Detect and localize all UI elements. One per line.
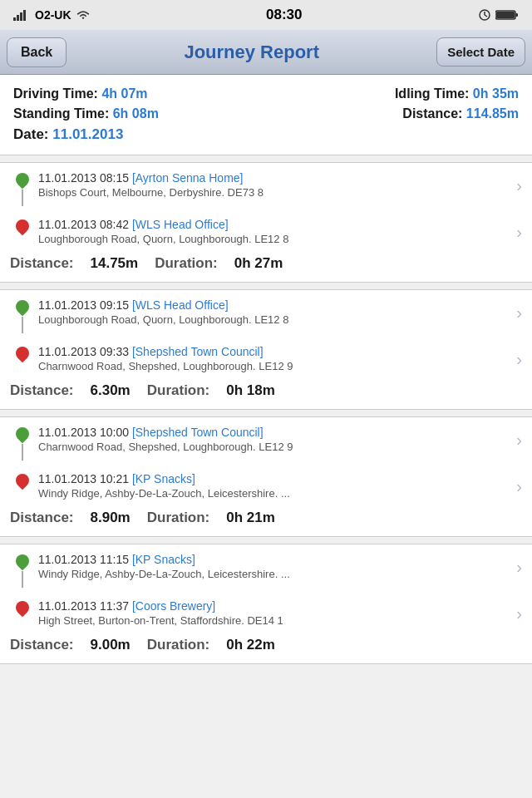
to-time-label-1: 11.01.2013 09:33 [Shepshed Town Council] bbox=[38, 345, 510, 358]
red-pin-icon bbox=[13, 344, 32, 363]
nav-bar: Back Journey Report Select Date bbox=[0, 30, 532, 75]
distance-total: Distance: 114.85m bbox=[402, 106, 519, 121]
pin-from-2 bbox=[10, 426, 35, 461]
chevron-icon: › bbox=[516, 350, 522, 369]
status-right bbox=[479, 9, 519, 21]
svg-rect-8 bbox=[515, 13, 518, 17]
clock-icon bbox=[479, 9, 490, 21]
pin-from-3 bbox=[10, 553, 35, 588]
duration-label-3: Duration: bbox=[147, 637, 210, 653]
stop-from-2[interactable]: 11.01.2013 10:00 [Shepshed Town Council]… bbox=[0, 417, 532, 464]
distance-label-2: Distance: bbox=[10, 510, 74, 526]
distance-value-2: 8.90m bbox=[91, 510, 131, 526]
pin-to-3 bbox=[10, 599, 35, 616]
to-address-1: Charnwood Road, Shepshed, Loughborough. … bbox=[38, 360, 510, 372]
chevron-icon: › bbox=[516, 477, 522, 496]
pin-from-0 bbox=[10, 171, 35, 206]
back-button[interactable]: Back bbox=[7, 37, 66, 67]
stop-to-info-0: 11.01.2013 08:42 [WLS Head Office] Lough… bbox=[35, 218, 510, 245]
distance-value-1: 6.30m bbox=[91, 382, 131, 399]
pin-from-1 bbox=[10, 298, 35, 333]
signal-icon bbox=[13, 9, 30, 21]
standing-time: Standing Time: 6h 08m bbox=[13, 106, 159, 121]
svg-rect-0 bbox=[13, 17, 16, 21]
select-date-button[interactable]: Select Date bbox=[436, 37, 525, 66]
stop-to-0[interactable]: 11.01.2013 08:42 [WLS Head Office] Lough… bbox=[0, 209, 532, 249]
journey-segment-1: 11.01.2013 09:15 [WLS Head Office] Lough… bbox=[0, 289, 532, 410]
to-address-3: High Street, Burton-on-Trent, Staffordsh… bbox=[38, 614, 510, 627]
green-pin-icon bbox=[13, 170, 32, 190]
from-address-2: Charnwood Road, Shepshed, Loughborough. … bbox=[38, 441, 510, 453]
chevron-icon: › bbox=[516, 176, 522, 195]
stop-from-3[interactable]: 11.01.2013 11:15 [KP Snacks] Windy Ridge… bbox=[0, 544, 532, 591]
carrier-label: O2-UK bbox=[35, 8, 71, 22]
from-address-0: Bishops Court, Melbourne, Derbyshire. DE… bbox=[38, 186, 510, 199]
stop-from-info-3: 11.01.2013 11:15 [KP Snacks] Windy Ridge… bbox=[35, 553, 510, 580]
chevron-to-1: › bbox=[510, 345, 522, 369]
duration-value-0: 0h 27m bbox=[234, 255, 283, 272]
duration-value-2: 0h 21m bbox=[226, 510, 275, 526]
to-address-0: Loughborough Road, Quorn, Loughborough. … bbox=[38, 233, 510, 245]
green-pin-icon bbox=[13, 552, 32, 571]
status-time: 08:30 bbox=[266, 7, 302, 23]
stop-to-info-2: 11.01.2013 10:21 [KP Snacks] Windy Ridge… bbox=[35, 472, 510, 500]
chevron-to-0: › bbox=[510, 218, 522, 242]
from-address-3: Windy Ridge, Ashby-De-La-Zouch, Leiceste… bbox=[38, 568, 510, 580]
duration-label-1: Duration: bbox=[147, 382, 210, 399]
duration-value-3: 0h 22m bbox=[226, 637, 275, 653]
chevron-from-0: › bbox=[510, 171, 522, 195]
pin-to-2 bbox=[10, 472, 35, 489]
to-time-label-2: 11.01.2013 10:21 [KP Snacks] bbox=[38, 472, 510, 485]
stop-from-info-2: 11.01.2013 10:00 [Shepshed Town Council]… bbox=[35, 426, 510, 453]
stop-from-0[interactable]: 11.01.2013 08:15 [Ayrton Senna Home] Bis… bbox=[0, 163, 532, 209]
stop-to-2[interactable]: 11.01.2013 10:21 [KP Snacks] Windy Ridge… bbox=[0, 464, 532, 503]
chevron-icon: › bbox=[516, 558, 522, 577]
summary-section: Driving Time: 4h 07m Idling Time: 0h 35m… bbox=[0, 75, 532, 155]
chevron-icon: › bbox=[516, 303, 522, 323]
from-time-label-1: 11.01.2013 09:15 [WLS Head Office] bbox=[38, 298, 510, 312]
segment-stats-1: Distance: 6.30m Duration: 0h 18m bbox=[0, 376, 532, 409]
summary-row-2: Standing Time: 6h 08m Distance: 114.85m bbox=[13, 106, 519, 121]
wifi-icon bbox=[76, 10, 90, 20]
green-pin-icon bbox=[13, 298, 32, 317]
svg-rect-1 bbox=[17, 15, 19, 21]
duration-label-0: Duration: bbox=[155, 255, 218, 272]
journey-segment-3: 11.01.2013 11:15 [KP Snacks] Windy Ridge… bbox=[0, 544, 532, 664]
duration-label-2: Duration: bbox=[147, 510, 210, 526]
red-pin-icon bbox=[13, 217, 32, 236]
stop-from-1[interactable]: 11.01.2013 09:15 [WLS Head Office] Lough… bbox=[0, 290, 532, 337]
svg-rect-3 bbox=[23, 10, 26, 21]
svg-line-6 bbox=[485, 15, 487, 17]
to-address-2: Windy Ridge, Ashby-De-La-Zouch, Leiceste… bbox=[38, 487, 510, 500]
stop-to-1[interactable]: 11.01.2013 09:33 [Shepshed Town Council]… bbox=[0, 337, 532, 376]
status-left: O2-UK bbox=[13, 8, 90, 22]
status-bar: O2-UK 08:30 bbox=[0, 0, 532, 30]
battery-icon bbox=[495, 9, 519, 21]
segment-stats-3: Distance: 9.00m Duration: 0h 22m bbox=[0, 630, 532, 663]
journey-segment-2: 11.01.2013 10:00 [Shepshed Town Council]… bbox=[0, 416, 532, 537]
green-pin-icon bbox=[13, 425, 32, 444]
pin-line bbox=[22, 444, 23, 461]
stop-to-3[interactable]: 11.01.2013 11:37 [Coors Brewery] High St… bbox=[0, 591, 532, 630]
pin-line bbox=[22, 317, 23, 333]
stop-from-info-1: 11.01.2013 09:15 [WLS Head Office] Lough… bbox=[35, 298, 510, 326]
summary-date: Date: 11.01.2013 bbox=[13, 126, 519, 143]
distance-value-0: 14.75m bbox=[91, 255, 139, 272]
chevron-icon: › bbox=[516, 604, 522, 623]
to-time-label-3: 11.01.2013 11:37 [Coors Brewery] bbox=[38, 599, 510, 613]
distance-label-3: Distance: bbox=[10, 637, 74, 653]
svg-rect-9 bbox=[496, 12, 515, 18]
red-pin-icon bbox=[13, 471, 32, 490]
svg-rect-2 bbox=[20, 12, 22, 21]
chevron-from-2: › bbox=[510, 426, 522, 450]
segment-stats-2: Distance: 8.90m Duration: 0h 21m bbox=[0, 503, 532, 536]
from-time-label-0: 11.01.2013 08:15 [Ayrton Senna Home] bbox=[38, 171, 510, 185]
chevron-from-1: › bbox=[510, 298, 522, 323]
stop-to-info-1: 11.01.2013 09:33 [Shepshed Town Council]… bbox=[35, 345, 510, 372]
driving-time: Driving Time: 4h 07m bbox=[13, 86, 148, 101]
pin-line bbox=[22, 190, 23, 206]
distance-value-3: 9.00m bbox=[91, 637, 131, 653]
segments-container: 11.01.2013 08:15 [Ayrton Senna Home] Bis… bbox=[0, 162, 532, 664]
distance-label-1: Distance: bbox=[10, 382, 74, 399]
idling-time: Idling Time: 0h 35m bbox=[395, 86, 519, 101]
